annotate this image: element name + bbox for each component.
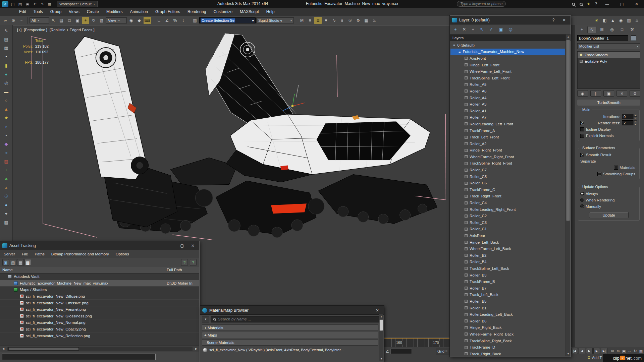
column-name[interactable]: Name xyxy=(2,268,13,272)
layer-object-row[interactable]: WheelFarme_Left_Front xyxy=(450,68,565,75)
layer-object-row[interactable]: Roller_A1 xyxy=(450,108,565,114)
stack-row-editable-poly[interactable]: Editable Poly xyxy=(578,58,640,64)
object-color-swatch[interactable] xyxy=(631,36,636,41)
minimize-button[interactable]: — xyxy=(167,243,176,248)
layer-object-row[interactable]: TrackSpline_Right_Back xyxy=(450,338,565,344)
asset-path-input[interactable] xyxy=(2,354,156,360)
selection-region-icon[interactable]: □ xyxy=(66,17,73,24)
environment-icon[interactable]: ☀ xyxy=(593,17,600,24)
close-button[interactable]: ✕ xyxy=(373,308,382,313)
layer-row-root[interactable]: ≡ 0 (default) xyxy=(450,42,565,49)
previous-frame-icon[interactable]: ◀ xyxy=(579,348,585,354)
raytrace-icon[interactable]: ▲ xyxy=(609,17,616,24)
layer-row-selected[interactable]: ≡ Futuristic_Excavator_Machine_New xyxy=(450,49,565,55)
scroll-left-icon[interactable]: ◀ xyxy=(0,347,6,350)
batch-render-icon[interactable]: ▥ xyxy=(625,17,633,24)
align-icon[interactable]: ≡ xyxy=(306,17,314,24)
layer-object-row[interactable]: Roller_C3 xyxy=(450,219,565,226)
menu-item[interactable]: File xyxy=(18,252,32,256)
layer-object-row[interactable]: Track_Left_Back xyxy=(450,292,565,298)
viewport-view-label[interactable]: [Perspective ] xyxy=(24,28,47,32)
zoom-all-icon[interactable]: ⊕ xyxy=(615,348,621,354)
layer-object-row[interactable]: Roller_A5 xyxy=(450,81,565,88)
spinner-up-icon[interactable]: ▲ xyxy=(633,114,637,117)
layer-object-row[interactable]: TrackFrame_B xyxy=(450,278,565,285)
material-editor-icon[interactable]: ☉ xyxy=(346,17,354,24)
layer-object-row[interactable]: Roller_A6 xyxy=(450,88,565,95)
menu-item[interactable]: Customize xyxy=(210,8,236,16)
bind-to-spacewarp-icon[interactable]: ≈ xyxy=(18,17,25,24)
merge-layers-icon[interactable]: ▣ xyxy=(499,27,503,32)
menu-item[interactable]: Help xyxy=(263,8,278,16)
render-setup-icon[interactable]: ⚙ xyxy=(355,17,362,24)
layer-object-row[interactable]: Roller_C6 xyxy=(450,180,565,186)
z-input[interactable] xyxy=(390,349,412,354)
mound-icon[interactable]: ▲ xyxy=(2,183,11,192)
render-production-icon[interactable]: ♨ xyxy=(371,17,378,24)
vertical-scrollbar[interactable]: ▲ ▼ xyxy=(379,314,383,361)
details-view-icon[interactable]: ▤ xyxy=(10,259,16,266)
infocenter-search-input[interactable]: Type a keyword or phrase xyxy=(457,1,506,7)
layer-object-row[interactable]: Roller_B3 xyxy=(450,272,565,279)
layer-object-row[interactable]: WheelFarme_Left_Back xyxy=(450,245,565,252)
layer-manager-icon[interactable]: ≣ xyxy=(314,17,322,24)
asset-row[interactable]: Futuristic_Excavator_Machine_New_max_vra… xyxy=(0,280,199,287)
layer-object-row[interactable]: Roller_C7 xyxy=(450,167,565,173)
menu-item[interactable]: MAXScript xyxy=(236,8,263,16)
angle-snap-icon[interactable]: ∠ xyxy=(163,17,171,24)
render-iters-checkbox[interactable] xyxy=(580,121,584,125)
update-button[interactable]: Update xyxy=(589,212,629,218)
shaded-sphere-icon[interactable]: ● xyxy=(2,201,11,209)
foliage-icon[interactable]: ♣ xyxy=(2,175,11,183)
keyboard-override-icon[interactable]: ⌨ xyxy=(144,17,151,24)
cylinder-icon[interactable]: ▮ xyxy=(2,61,11,70)
table-view-icon[interactable]: ▦ xyxy=(17,259,24,266)
globe-icon[interactable]: ☉ xyxy=(2,192,11,201)
layer-object-row[interactable]: RollerLeading_Left_Front xyxy=(450,121,565,127)
select-layer-objects-icon[interactable]: ↖ xyxy=(480,27,484,32)
viewport-menu-plus[interactable]: [+] xyxy=(17,28,21,32)
select-cursor-icon[interactable]: ↖ xyxy=(2,26,11,35)
menu-item[interactable]: Edit xyxy=(15,8,30,16)
workspace-dropdown[interactable]: Workspace: Default ▾ xyxy=(57,1,98,7)
isoline-display-checkbox[interactable] xyxy=(580,127,584,131)
save-file-icon[interactable]: ▣ xyxy=(24,1,31,7)
named-selection-combo[interactable]: Create Selection Se ▾ xyxy=(199,17,256,23)
layer-object-row[interactable]: Roller_A3 xyxy=(450,101,565,108)
layer-object-row[interactable]: Roller_B1 xyxy=(450,305,565,311)
remove-modifier-icon[interactable]: ✕ xyxy=(616,90,627,97)
layer-object-row[interactable]: Roller_C2 xyxy=(450,213,565,219)
use-pivot-center-icon[interactable]: ◉ xyxy=(127,17,135,24)
layer-object-row[interactable]: TrackFrame_C xyxy=(450,186,565,193)
select-and-scale-icon[interactable]: ▧ xyxy=(98,17,105,24)
help-icon[interactable]: ? xyxy=(549,18,558,22)
modifier-list-dropdown[interactable]: Modifier List ▾ xyxy=(577,43,640,49)
smoothing-groups-checkbox[interactable] xyxy=(597,172,601,176)
scroll-down-icon[interactable]: ▼ xyxy=(566,352,571,356)
layer-object-row[interactable]: Track_Right_Back xyxy=(450,351,565,356)
help-icon[interactable]: ? xyxy=(181,259,188,266)
undo-icon[interactable]: ↶ xyxy=(32,1,38,7)
menu-item[interactable]: Server xyxy=(0,252,18,256)
help-icon[interactable]: ? xyxy=(592,2,600,6)
layer-object-row[interactable]: Roller_B2 xyxy=(450,252,565,259)
asset-row[interactable]: sci_fi_excavator_New_Reflection.png xyxy=(0,333,199,339)
layer-object-row[interactable]: Hinge_Left_Back xyxy=(450,239,565,246)
select-and-rotate-icon[interactable]: ↻ xyxy=(90,17,97,24)
browser-options-icon[interactable]: ▼ xyxy=(202,316,209,322)
iterations-spinner[interactable]: 0 ▲▼ xyxy=(622,114,637,119)
thumbnail-view-icon[interactable]: ▩ xyxy=(24,259,31,266)
configure-modifier-sets-icon[interactable]: ⚙ xyxy=(630,90,640,97)
schematic-view-icon[interactable]: ⋔ xyxy=(338,17,346,24)
asset-row[interactable]: sci_fi_excavator_New_Glossiness.png xyxy=(0,313,199,320)
search-icon[interactable] xyxy=(572,3,575,6)
when-rendering-radio[interactable] xyxy=(580,198,584,202)
select-and-move-icon[interactable]: + xyxy=(82,17,89,24)
effects-icon[interactable]: ◧ xyxy=(601,17,608,24)
layer-object-row[interactable]: WheelFarme_Right_Back xyxy=(450,331,565,338)
close-button[interactable]: ✕ xyxy=(189,243,197,248)
object-name-input[interactable]: BoomShoulder_1 xyxy=(577,35,628,41)
orbit-icon[interactable]: ↻ xyxy=(633,348,638,354)
play-icon[interactable]: ▶ xyxy=(586,348,593,354)
maximize-button[interactable]: ▢ xyxy=(178,243,186,248)
